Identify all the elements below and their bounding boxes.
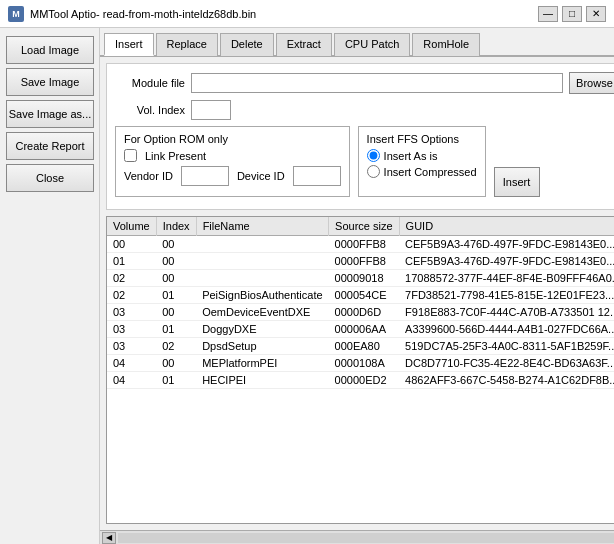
cell-index: 00	[156, 355, 196, 372]
cell-guid: DC8D7710-FC35-4E22-8E4C-BD63A63F...	[399, 355, 614, 372]
title-bar: M MMTool Aptio- read-from-moth-inteldz68…	[0, 0, 614, 28]
cell-volume: 02	[107, 287, 156, 304]
browse-button[interactable]: Browse	[569, 72, 614, 94]
vol-index-input[interactable]	[191, 100, 231, 120]
tab-cpu-patch[interactable]: CPU Patch	[334, 33, 410, 56]
insert-button[interactable]: Insert	[494, 167, 540, 197]
minimize-button[interactable]: —	[538, 6, 558, 22]
cell-volume: 01	[107, 253, 156, 270]
cell-guid: 7FD38521-7798-41E5-815E-12E01FE23...	[399, 287, 614, 304]
cell-filename: OemDeviceEventDXE	[196, 304, 328, 321]
cell-sourceSize: 0000108A	[329, 355, 399, 372]
sidebar: Load Image Save Image Save Image as... C…	[0, 28, 100, 544]
window-controls: — □ ✕	[538, 6, 606, 22]
cell-guid: 17088572-377F-44EF-8F4E-B09FFF46A0...	[399, 270, 614, 287]
tab-extract[interactable]: Extract	[276, 33, 332, 56]
insert-compressed-label: Insert Compressed	[384, 166, 477, 178]
horizontal-scrollbar: ◀ ▶	[100, 530, 614, 544]
load-image-button[interactable]: Load Image	[6, 36, 94, 64]
cell-index: 00	[156, 253, 196, 270]
cell-sourceSize: 0000FFB8	[329, 236, 399, 253]
cell-sourceSize: 0000FFB8	[329, 253, 399, 270]
link-present-row: Link Present	[124, 149, 341, 162]
vendor-device-row: Vendor ID Device ID	[124, 166, 341, 186]
table-row[interactable]: 0401HECIPEI00000ED24862AFF3-667C-5458-B2…	[107, 372, 614, 389]
close-button[interactable]: Close	[6, 164, 94, 192]
table-row[interactable]: 0300OemDeviceEventDXE0000D6DF918E883-7C0…	[107, 304, 614, 321]
vendor-id-label: Vendor ID	[124, 170, 173, 182]
cell-filename: HECIPEI	[196, 372, 328, 389]
window-title: MMTool Aptio- read-from-moth-inteldz68db…	[30, 8, 256, 20]
insert-ffs-group: Insert FFS Options Insert As is Insert C…	[358, 126, 486, 197]
cell-filename: PeiSignBiosAuthenticate	[196, 287, 328, 304]
cell-volume: 02	[107, 270, 156, 287]
maximize-button[interactable]: □	[562, 6, 582, 22]
close-window-button[interactable]: ✕	[586, 6, 606, 22]
scroll-left-button[interactable]: ◀	[102, 532, 116, 544]
cell-filename: MEPlatformPEI	[196, 355, 328, 372]
cell-sourceSize: 00009018	[329, 270, 399, 287]
cell-filename	[196, 253, 328, 270]
vol-index-row: Vol. Index	[115, 100, 614, 120]
vol-index-label: Vol. Index	[115, 104, 185, 116]
tab-romhole[interactable]: RomHole	[412, 33, 480, 56]
tab-insert[interactable]: Insert	[104, 33, 154, 56]
col-source-size: Source size	[329, 217, 399, 236]
insert-as-is-radio[interactable]	[367, 149, 380, 162]
scroll-track[interactable]	[118, 533, 614, 543]
link-present-label: Link Present	[145, 150, 206, 162]
cell-sourceSize: 00000ED2	[329, 372, 399, 389]
link-present-checkbox[interactable]	[124, 149, 137, 162]
insert-as-is-row: Insert As is	[367, 149, 477, 162]
col-filename: FileName	[196, 217, 328, 236]
tab-bar: Insert Replace Delete Extract CPU Patch …	[100, 28, 614, 57]
table-row[interactable]: 0301DoggyDXE000006AAA3399600-566D-4444-A…	[107, 321, 614, 338]
cell-guid: A3399600-566D-4444-A4B1-027FDC66A...	[399, 321, 614, 338]
table-row[interactable]: 0201PeiSignBiosAuthenticate000054CE7FD38…	[107, 287, 614, 304]
options-row: For Option ROM only Link Present Vendor …	[115, 126, 614, 197]
cell-guid: 4862AFF3-667C-5458-B274-A1C62DF8B...	[399, 372, 614, 389]
form-panel: Module file Browse Vol. Index For Option…	[106, 63, 614, 210]
insert-as-is-label: Insert As is	[384, 150, 438, 162]
file-table-container[interactable]: Volume Index FileName Source size GUID 0…	[106, 216, 614, 524]
cell-volume: 03	[107, 304, 156, 321]
module-file-row: Module file Browse	[115, 72, 614, 94]
cell-volume: 03	[107, 338, 156, 355]
file-table: Volume Index FileName Source size GUID 0…	[107, 217, 614, 389]
cell-sourceSize: 000006AA	[329, 321, 399, 338]
cell-filename: DpsdSetup	[196, 338, 328, 355]
cell-index: 01	[156, 372, 196, 389]
tab-replace[interactable]: Replace	[156, 33, 218, 56]
col-index: Index	[156, 217, 196, 236]
cell-filename	[196, 236, 328, 253]
table-header-row: Volume Index FileName Source size GUID	[107, 217, 614, 236]
cell-sourceSize: 000054CE	[329, 287, 399, 304]
option-rom-group: For Option ROM only Link Present Vendor …	[115, 126, 350, 197]
table-body: 00000000FFB8CEF5B9A3-476D-497F-9FDC-E981…	[107, 236, 614, 389]
col-volume: Volume	[107, 217, 156, 236]
cell-volume: 04	[107, 372, 156, 389]
main-content: Insert Replace Delete Extract CPU Patch …	[100, 28, 614, 544]
cell-index: 01	[156, 321, 196, 338]
device-id-label: Device ID	[237, 170, 285, 182]
cell-guid: F918E883-7C0F-444C-A70B-A733501 12...	[399, 304, 614, 321]
create-report-button[interactable]: Create Report	[6, 132, 94, 160]
tab-delete[interactable]: Delete	[220, 33, 274, 56]
save-image-as-button[interactable]: Save Image as...	[6, 100, 94, 128]
cell-volume: 04	[107, 355, 156, 372]
module-file-label: Module file	[115, 77, 185, 89]
table-row[interactable]: 01000000FFB8CEF5B9A3-476D-497F-9FDC-E981…	[107, 253, 614, 270]
device-id-input[interactable]	[293, 166, 341, 186]
cell-guid: CEF5B9A3-476D-497F-9FDC-E98143E0...	[399, 253, 614, 270]
vendor-id-input[interactable]	[181, 166, 229, 186]
cell-guid: 519DC7A5-25F3-4A0C-8311-5AF1B259F...	[399, 338, 614, 355]
cell-filename: DoggyDXE	[196, 321, 328, 338]
table-row[interactable]: 00000000FFB8CEF5B9A3-476D-497F-9FDC-E981…	[107, 236, 614, 253]
module-file-input[interactable]	[191, 73, 563, 93]
save-image-button[interactable]: Save Image	[6, 68, 94, 96]
table-row[interactable]: 0302DpsdSetup000EA80519DC7A5-25F3-4A0C-8…	[107, 338, 614, 355]
table-row[interactable]: 0400MEPlatformPEI0000108ADC8D7710-FC35-4…	[107, 355, 614, 372]
insert-compressed-radio[interactable]	[367, 165, 380, 178]
table-row[interactable]: 02000000901817088572-377F-44EF-8F4E-B09F…	[107, 270, 614, 287]
cell-index: 01	[156, 287, 196, 304]
